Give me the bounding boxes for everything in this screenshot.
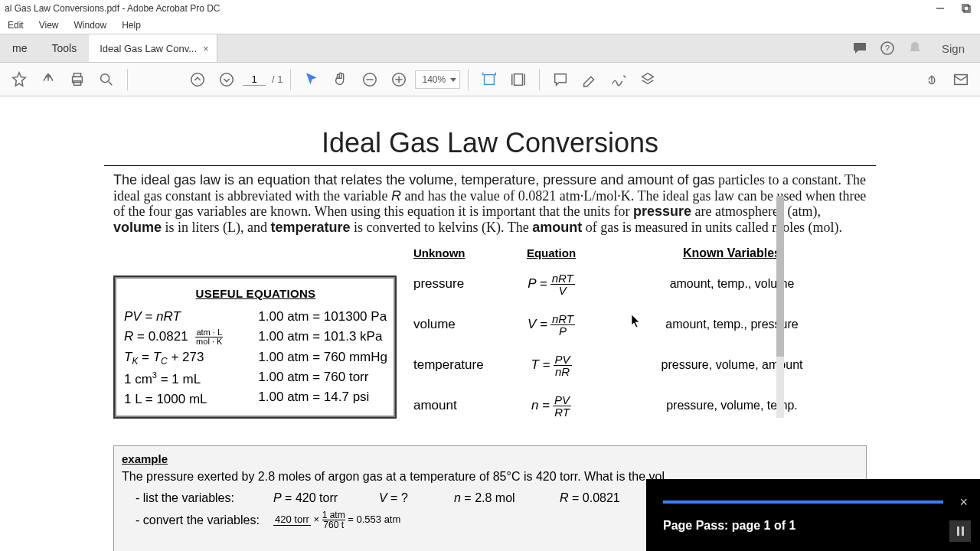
scrollbar-thumb[interactable] (776, 196, 784, 357)
page-total: / 1 (272, 73, 283, 85)
toolbar: / 1 140% (0, 63, 980, 96)
svg-rect-6 (74, 80, 80, 85)
doc-title: Ideal Gas Law Conversions (104, 127, 876, 159)
titlebar: al Gas Law Conversions.pdf - Adobe Acrob… (0, 0, 980, 17)
svg-rect-14 (955, 74, 968, 84)
table-row: amountn =PVRTpressure, volume, temp. (413, 394, 867, 418)
home-tab[interactable]: me (0, 34, 39, 62)
table-row: volumeV =nRTPamount, temp., pressure (413, 313, 867, 337)
minimize-button[interactable] (931, 2, 949, 15)
pointer-tool-icon[interactable] (299, 67, 325, 93)
col-known: Known Variables (597, 246, 867, 260)
pause-button[interactable] (949, 520, 971, 542)
print-icon[interactable] (64, 67, 90, 93)
overlay-close-icon[interactable]: × (959, 494, 968, 510)
col-equation: Equation (505, 246, 597, 260)
comments-icon[interactable] (851, 40, 868, 57)
overlay-message: Page Pass: page 1 of 1 (663, 519, 795, 533)
svg-text:?: ? (885, 44, 890, 53)
upload-icon[interactable] (35, 67, 61, 93)
page-number-input[interactable] (243, 73, 266, 86)
col-unknown: Unknown (413, 246, 505, 260)
page-up-icon[interactable] (185, 67, 211, 93)
zoom-out-icon[interactable] (357, 67, 383, 93)
tools-tab[interactable]: Tools (39, 34, 89, 62)
svg-point-9 (220, 73, 234, 86)
help-icon[interactable]: ? (879, 40, 896, 57)
table-row: pressureP =nRTVamount, temp., volume (413, 272, 867, 296)
svg-rect-12 (485, 74, 495, 84)
sign-icon[interactable] (606, 67, 632, 93)
sticky-note-icon[interactable] (547, 67, 573, 93)
svg-point-8 (191, 73, 204, 86)
stamp-icon[interactable] (635, 67, 661, 93)
sign-in-link[interactable]: Sign (934, 42, 972, 55)
hand-tool-icon[interactable] (328, 67, 354, 93)
svg-rect-5 (74, 73, 80, 77)
menu-edit[interactable]: Edit (0, 18, 31, 32)
svg-rect-13 (514, 73, 523, 85)
useful-equations-box: USEFUL EQUATIONS PV = nRT R = 0.0821 atm… (113, 276, 397, 419)
equation-table: Unknown Equation Known Variables pressur… (413, 246, 867, 435)
scrollbar[interactable] (776, 196, 784, 418)
menu-window[interactable]: Window (66, 18, 114, 32)
example-title: example (122, 451, 858, 468)
highlight-icon[interactable] (577, 67, 603, 93)
menu-help[interactable]: Help (114, 18, 149, 32)
menubar: Edit View Window Help (0, 17, 980, 34)
window-title: al Gas Law Conversions.pdf - Adobe Acrob… (5, 3, 220, 14)
svg-point-7 (101, 73, 109, 82)
box-title: USEFUL EQUATIONS (124, 285, 387, 302)
menu-view[interactable]: View (31, 18, 67, 32)
bell-icon[interactable] (906, 40, 923, 57)
search-icon[interactable] (93, 67, 119, 93)
fit-page-icon[interactable] (505, 67, 531, 93)
box-col-right: 1.00 atm = 101300 Pa 1.00 atm = 101.3 kP… (258, 307, 387, 409)
svg-rect-1 (964, 6, 970, 12)
box-col-left: PV = nRT R = 0.0821 atm · Lmol · K TK = … (124, 307, 244, 409)
attach-icon[interactable] (919, 67, 945, 93)
document-tab[interactable]: Ideal Gas Law Conv... × (89, 34, 217, 62)
page-down-icon[interactable] (214, 67, 240, 93)
tabbar: me Tools Ideal Gas Law Conv... × ? Sign (0, 34, 980, 63)
caret-down-icon (450, 78, 456, 82)
mail-icon[interactable] (948, 67, 974, 93)
close-tab-icon[interactable]: × (203, 43, 209, 54)
intro-paragraph: The ideal gas law is an equation that re… (104, 172, 876, 242)
zoom-in-icon[interactable] (386, 67, 412, 93)
table-row: temperatureT =PVnRpressure, volume, amou… (413, 354, 867, 377)
svg-rect-0 (962, 5, 969, 11)
star-icon[interactable] (6, 67, 32, 93)
status-overlay: × Page Pass: page 1 of 1 (646, 479, 980, 551)
zoom-select[interactable]: 140% (415, 70, 460, 89)
document-tab-label: Ideal Gas Law Conv... (100, 43, 197, 54)
fit-width-icon[interactable] (476, 67, 502, 93)
progress-bar (663, 500, 943, 504)
maximize-button[interactable] (957, 2, 975, 15)
